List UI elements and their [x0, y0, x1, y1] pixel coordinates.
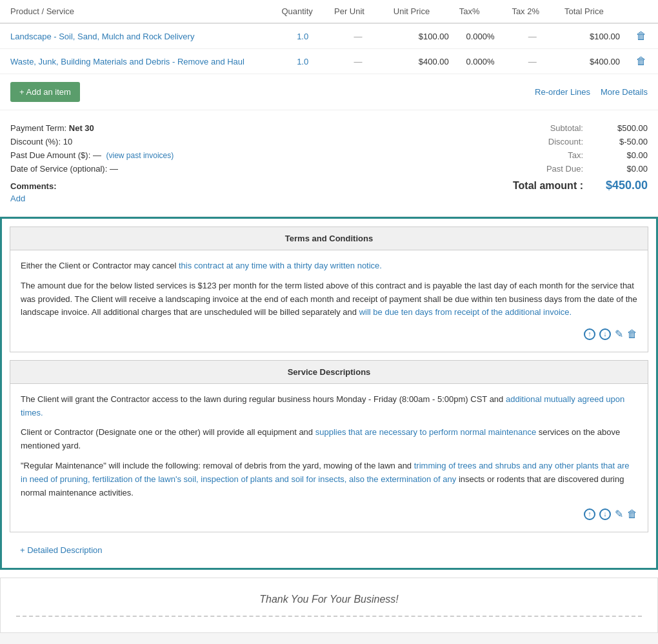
service-delete-icon[interactable]: 🗑	[627, 506, 637, 523]
service-edit-icon[interactable]: ✎	[615, 506, 623, 523]
cell-action: 🗑	[625, 49, 658, 74]
qty-link[interactable]: 1.0	[297, 57, 308, 66]
payment-term: Payment Term: Net 30	[10, 123, 480, 133]
cell-tax: 0.000%	[454, 49, 507, 74]
summary-total: Total amount : $450.00	[480, 179, 648, 192]
cell-unit-price: $400.00	[388, 49, 454, 74]
summary-discount: Discount: $-50.00	[480, 137, 648, 146]
product-link[interactable]: Waste, Junk, Building Materials and Debr…	[10, 57, 244, 66]
delete-row-icon[interactable]: 🗑	[636, 30, 646, 41]
cell-tax: 0.000%	[454, 23, 507, 49]
col-header-product: Product / Service	[0, 0, 276, 23]
col-header-unit-price: Unit Price	[388, 0, 454, 23]
table-row: Waste, Junk, Building Materials and Debr…	[0, 49, 658, 74]
col-header-total-price: Total Price	[559, 0, 625, 23]
reorder-lines-link[interactable]: Re-order Lines	[535, 87, 590, 97]
terms-delete-icon[interactable]: 🗑	[627, 326, 637, 343]
service-descriptions-body: The Client will grant the Contractor acc…	[10, 384, 648, 532]
payment-section: Payment Term: Net 30 Discount (%): 10 Pa…	[0, 110, 658, 217]
col-header-action	[625, 0, 658, 23]
products-table: Product / Service Quantity Per Unit Unit…	[0, 0, 658, 74]
table-row: Landscape - Soil, Sand, Mulch and Rock D…	[0, 23, 658, 49]
add-item-button[interactable]: + Add an item	[10, 82, 80, 102]
summary-past-due: Past Due: $0.00	[480, 164, 648, 174]
service-actions: ↑ ↓ ✎ 🗑	[21, 506, 637, 523]
col-header-quantity: Quantity	[276, 0, 329, 23]
cell-per-unit: —	[329, 23, 388, 49]
cell-total: $100.00	[559, 23, 625, 49]
service-descriptions-block: Service Descriptions The Client will gra…	[10, 360, 648, 532]
add-item-bar: + Add an item Re-order Lines More Detail…	[0, 74, 658, 110]
cell-total: $400.00	[559, 49, 625, 74]
service-para-2: Client or Contractor (Designate one or t…	[21, 426, 637, 453]
comments-section: Comments: Add	[10, 181, 480, 203]
action-links: Re-order Lines More Details	[535, 87, 648, 97]
terms-outer-section: Terms and Conditions Either the Client o…	[0, 217, 658, 570]
cell-qty: 1.0	[276, 23, 329, 49]
service-para-3: "Regular Maintenance" will include the f…	[21, 459, 637, 499]
terms-edit-icon[interactable]: ✎	[615, 326, 623, 343]
product-link[interactable]: Landscape - Soil, Sand, Mulch and Rock D…	[10, 32, 194, 41]
qty-link[interactable]: 1.0	[297, 32, 308, 41]
view-past-invoices-link[interactable]: (view past invoices)	[106, 151, 174, 160]
cell-unit-price: $100.00	[388, 23, 454, 49]
add-comment-link[interactable]: Add	[10, 194, 480, 203]
date-of-service-row: Date of Service (optional): —	[10, 164, 480, 174]
cell-tax2: —	[506, 49, 559, 74]
terms-block: Terms and Conditions Either the Client o…	[10, 226, 648, 352]
cell-tax2: —	[506, 23, 559, 49]
terms-para-2: The amount due for the below listed serv…	[21, 279, 637, 319]
thank-you-section: Thank You For Your Business!	[0, 578, 658, 633]
past-due-row: Past Due Amount ($): — (view past invoic…	[10, 150, 480, 160]
summary-subtotal: Subtotal: $500.00	[480, 123, 648, 133]
cell-per-unit: —	[329, 49, 388, 74]
terms-up-icon[interactable]: ↑	[584, 328, 595, 340]
cell-product: Landscape - Soil, Sand, Mulch and Rock D…	[0, 23, 276, 49]
terms-body: Either the Client or Contractor may canc…	[10, 250, 648, 352]
cell-action: 🗑	[625, 23, 658, 49]
terms-down-icon[interactable]: ↓	[599, 328, 611, 340]
thank-you-text: Thank You For Your Business!	[16, 594, 642, 617]
terms-header: Terms and Conditions	[10, 227, 648, 250]
summary-tax: Tax: $0.00	[480, 150, 648, 160]
more-details-link[interactable]: More Details	[601, 87, 648, 97]
service-para-1: The Client will grant the Contractor acc…	[21, 393, 637, 420]
discount-row: Discount (%): 10	[10, 137, 480, 146]
payment-right: Subtotal: $500.00 Discount: $-50.00 Tax:…	[480, 123, 648, 203]
detailed-description-link[interactable]: + Detailed Description	[20, 545, 103, 555]
service-up-icon[interactable]: ↑	[584, 508, 595, 520]
cell-product: Waste, Junk, Building Materials and Debr…	[0, 49, 276, 74]
comments-label: Comments:	[10, 181, 57, 191]
col-header-per-unit: Per Unit	[329, 0, 388, 23]
service-down-icon[interactable]: ↓	[599, 508, 611, 520]
payment-left: Payment Term: Net 30 Discount (%): 10 Pa…	[10, 123, 480, 203]
service-descriptions-header: Service Descriptions	[10, 361, 648, 384]
cell-qty: 1.0	[276, 49, 329, 74]
col-header-tax2: Tax 2%	[506, 0, 559, 23]
terms-actions: ↑ ↓ ✎ 🗑	[21, 326, 637, 343]
terms-para-1: Either the Client or Contractor may canc…	[21, 259, 637, 273]
delete-row-icon[interactable]: 🗑	[636, 55, 646, 66]
col-header-tax-pct: Tax%	[454, 0, 507, 23]
detailed-description: + Detailed Description	[10, 540, 648, 560]
